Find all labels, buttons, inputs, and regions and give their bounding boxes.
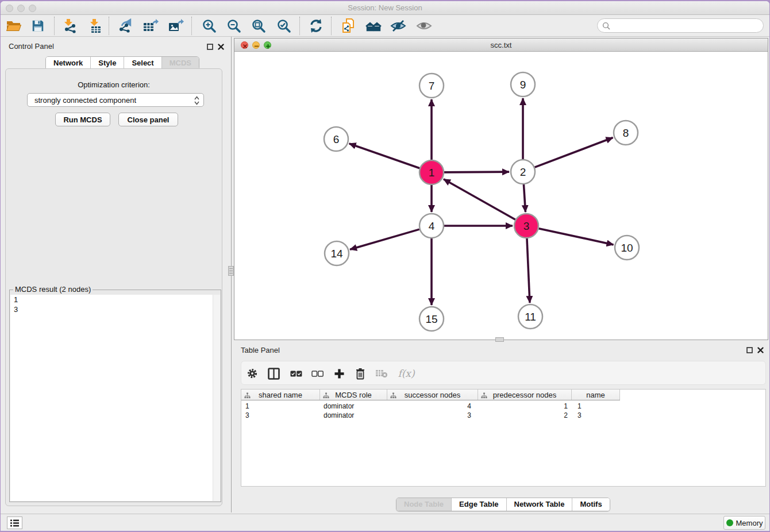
export-network-icon[interactable] <box>117 17 134 34</box>
horizontal-splitter-grip[interactable] <box>495 337 504 342</box>
column-visibility-icon[interactable] <box>265 365 282 382</box>
tab-motifs[interactable]: Motifs <box>572 498 609 511</box>
tab-style[interactable]: Style <box>90 57 124 70</box>
save-session-icon[interactable] <box>29 17 47 34</box>
memory-button[interactable]: Memory <box>723 516 765 530</box>
table-panel-close-icon[interactable] <box>757 346 764 354</box>
status-bar: Memory <box>1 514 769 531</box>
deselect-all-checkboxes-icon[interactable] <box>309 365 326 382</box>
select-all-checkboxes-icon[interactable] <box>287 365 305 382</box>
table-panel-float-icon[interactable] <box>746 346 753 354</box>
tab-select[interactable]: Select <box>124 57 161 70</box>
graph-node-label-10: 10 <box>621 242 633 254</box>
tab-mcds[interactable]: MCDS <box>161 57 199 70</box>
column-header-name[interactable]: name <box>572 390 620 400</box>
first-neighbors-icon[interactable] <box>365 17 382 34</box>
zoom-in-icon[interactable] <box>201 17 218 34</box>
show-all-icon[interactable] <box>415 17 433 34</box>
graph-edge-3-1[interactable] <box>444 179 515 219</box>
column-header-predecessor-nodes[interactable]: predecessor nodes <box>478 390 572 400</box>
table-row[interactable]: 3 dominator 3 2 3 <box>241 411 620 420</box>
zoom-selected-icon[interactable] <box>275 17 292 34</box>
tab-edge-table[interactable]: Edge Table <box>451 498 506 511</box>
memory-label: Memory <box>736 519 763 527</box>
graph-node-label-3: 3 <box>523 220 530 232</box>
add-column-icon[interactable] <box>330 365 348 382</box>
table-settings-icon[interactable] <box>244 365 261 382</box>
result-scrollbar[interactable] <box>213 295 220 501</box>
tab-network[interactable]: Network <box>46 57 90 70</box>
delete-table-icon[interactable] <box>373 365 390 382</box>
network-title: scc.txt <box>234 41 768 49</box>
table-tabbar: Node Table Edge Table Network Table Moti… <box>396 498 610 511</box>
dropdown-stepper-icon <box>194 96 199 107</box>
node-table: shared name MCDS role successor nodes pr… <box>241 389 766 487</box>
import-network-icon[interactable] <box>61 17 78 34</box>
control-panel-title: Control Panel <box>9 42 54 51</box>
graph-edge-1-6[interactable] <box>349 144 420 168</box>
list-icon <box>10 519 20 527</box>
mcds-result-text-area[interactable]: 1 3 <box>10 295 220 501</box>
table-row[interactable]: 1 dominator 4 1 1 <box>241 402 620 411</box>
table-toolbar: f(x) <box>241 361 766 385</box>
mac-titlebar: Session: New Session <box>1 1 769 15</box>
memory-status-icon <box>726 519 733 526</box>
column-header-shared-name[interactable]: shared name <box>241 390 320 400</box>
graph-edge-3-11[interactable] <box>527 238 530 303</box>
column-header-mcds-role[interactable]: MCDS role <box>320 390 387 400</box>
clone-network-icon[interactable] <box>340 17 357 34</box>
tab-node-table[interactable]: Node Table <box>396 498 451 511</box>
graph-edge-2-8[interactable] <box>535 138 613 168</box>
toolbar-separator <box>54 17 55 35</box>
network-window-titlebar: scc.txt <box>234 38 768 52</box>
optimization-criterion-label: Optimization criterion: <box>6 80 222 89</box>
toolbar-separator <box>109 17 109 35</box>
graph-node-label-15: 15 <box>425 313 437 325</box>
toolbar-separator <box>299 17 300 35</box>
export-table-icon[interactable] <box>142 17 159 34</box>
import-table-icon[interactable] <box>87 17 104 34</box>
function-builder-icon[interactable]: f(x) <box>395 365 418 382</box>
result-line: 1 <box>10 295 220 304</box>
tab-network-table[interactable]: Network Table <box>506 498 572 511</box>
graph-edge-1-2[interactable] <box>444 172 509 172</box>
graph-edge-4-14[interactable] <box>350 229 419 249</box>
table-panel-title: Table Panel <box>241 346 280 354</box>
graph-node-label-9: 9 <box>520 79 526 91</box>
search-input[interactable] <box>613 21 763 30</box>
run-mcds-button[interactable]: Run MCDS <box>55 113 110 126</box>
control-panel-close-icon[interactable] <box>217 43 225 51</box>
export-image-icon[interactable] <box>167 17 184 34</box>
main-toolbar <box>1 16 769 37</box>
toolbar-separator <box>191 17 192 35</box>
criterion-value: strongly connected component <box>34 96 136 105</box>
network-view-window: scc.txt 7968124314101511 <box>234 38 768 340</box>
zoom-out-icon[interactable] <box>225 17 242 34</box>
close-panel-button[interactable]: Close panel <box>118 113 178 126</box>
result-line: 3 <box>10 304 220 314</box>
task-history-button[interactable] <box>7 516 22 529</box>
search-field[interactable] <box>597 18 764 33</box>
graph-edge-3-10[interactable] <box>538 229 613 245</box>
graph-node-label-14: 14 <box>330 248 343 260</box>
delete-column-icon[interactable] <box>352 365 369 382</box>
toolbar-separator <box>331 17 332 35</box>
app-window: Session: New Session <box>1 1 769 531</box>
mcds-result-title: MCDS result (2 nodes) <box>13 285 93 294</box>
vertical-splitter-grip[interactable] <box>228 266 234 276</box>
mcds-panel: Optimization criterion: strongly connect… <box>5 68 222 506</box>
control-panel-float-icon[interactable] <box>206 43 214 51</box>
graph-svg[interactable]: 7968124314101511 <box>234 52 768 340</box>
mcds-result-box: MCDS result (2 nodes) 1 3 <box>9 290 221 502</box>
fx-label: f(x) <box>398 368 414 379</box>
zoom-fit-icon[interactable] <box>250 17 267 34</box>
refresh-view-icon[interactable] <box>307 17 325 34</box>
window-title: Session: New Session <box>1 3 769 12</box>
hide-selected-icon[interactable] <box>390 17 407 34</box>
open-session-icon[interactable] <box>5 17 22 34</box>
graph-node-label-2: 2 <box>520 166 526 178</box>
graph-edge-2-3[interactable] <box>523 184 525 212</box>
criterion-dropdown[interactable]: strongly connected component <box>27 93 204 107</box>
column-header-successor-nodes[interactable]: successor nodes <box>387 390 478 400</box>
graph-node-label-6: 6 <box>333 133 340 145</box>
